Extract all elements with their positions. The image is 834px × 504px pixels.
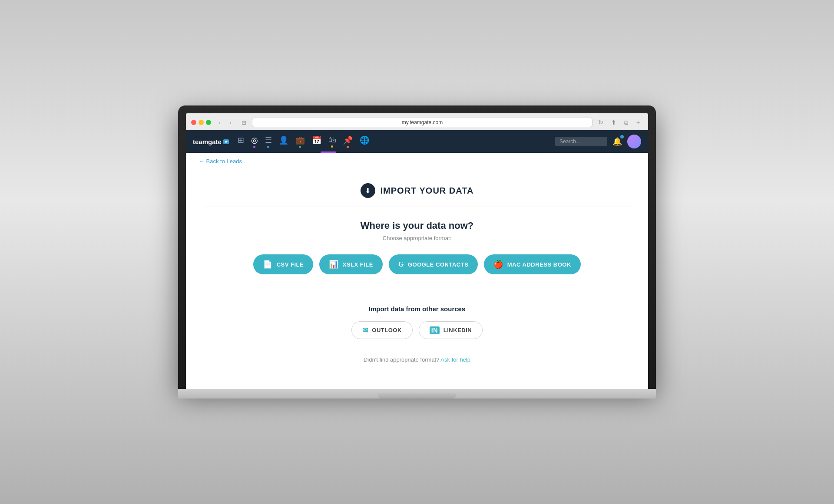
people-icon: 👤 bbox=[279, 135, 288, 145]
google-contacts-label: GOOGLE CONTACTS bbox=[408, 261, 468, 268]
nav-icon-globe[interactable]: 🌐 bbox=[360, 135, 369, 148]
nav-right: 🔔 bbox=[555, 135, 641, 148]
laptop-base bbox=[178, 389, 656, 399]
laptop-shell: ‹ › ⊟ my.teamgate.com ↻ ⬆ ⧉ ＋ teamgate ★ bbox=[178, 105, 656, 399]
contacts-icon: ☰ bbox=[265, 135, 272, 145]
app-navbar: teamgate ★ ⊞ ◎ ☰ bbox=[186, 130, 648, 153]
apple-icon: 🍎 bbox=[493, 260, 503, 269]
add-tab-button[interactable]: ＋ bbox=[633, 118, 643, 127]
help-text: Didn't find appropriate format? Ask for … bbox=[203, 356, 631, 363]
import-icon: ⬇ bbox=[361, 183, 375, 198]
store-icon: 🛍 bbox=[328, 135, 336, 145]
xslx-label: XSLX FILE bbox=[343, 261, 373, 268]
ask-for-help-link[interactable]: Ask for help bbox=[440, 356, 470, 363]
help-text-static: Didn't find appropriate format? bbox=[364, 356, 439, 363]
duplicate-button[interactable]: ⧉ bbox=[621, 118, 631, 127]
csv-label: CSV FILE bbox=[277, 261, 304, 268]
maximize-button[interactable] bbox=[206, 120, 211, 125]
csv-icon: 📄 bbox=[263, 260, 273, 269]
nav-icon-leads[interactable]: ◎ bbox=[251, 135, 258, 148]
nav-icon-deals[interactable]: 💼 bbox=[295, 135, 305, 148]
notification-bell[interactable]: 🔔 bbox=[612, 137, 622, 146]
other-sources-heading: Import data from other sources bbox=[203, 305, 631, 313]
search-input[interactable] bbox=[555, 137, 607, 146]
back-bar: ← Back to Leads bbox=[186, 153, 648, 170]
xslx-file-button[interactable]: 📊 XSLX FILE bbox=[319, 254, 383, 274]
tab-view-button[interactable]: ⊟ bbox=[239, 118, 248, 127]
linkedin-label: LINKEDIN bbox=[443, 327, 472, 333]
minimize-button[interactable] bbox=[199, 120, 204, 125]
google-contacts-button[interactable]: G GOOGLE CONTACTS bbox=[389, 254, 478, 274]
logo-text: teamgate bbox=[193, 138, 222, 145]
nav-icon-people[interactable]: 👤 bbox=[279, 135, 288, 148]
page-content: ← Back to Leads ⬇ IMPORT YOUR DATA Where… bbox=[186, 153, 648, 389]
section-divider bbox=[203, 292, 631, 292]
import-header: ⬇ IMPORT YOUR DATA bbox=[203, 183, 631, 207]
address-bar[interactable]: my.teamgate.com bbox=[252, 118, 592, 127]
linkedin-button[interactable]: in LINKEDIN bbox=[419, 321, 483, 339]
outlook-button[interactable]: ✉ OUTLOOK bbox=[351, 321, 413, 339]
csv-file-button[interactable]: 📄 CSV FILE bbox=[253, 254, 313, 274]
where-heading: Where is your data now? bbox=[203, 220, 631, 231]
outlook-icon: ✉ bbox=[362, 326, 368, 334]
laptop-screen: ‹ › ⊟ my.teamgate.com ↻ ⬆ ⧉ ＋ teamgate ★ bbox=[186, 113, 648, 389]
leads-icon: ◎ bbox=[251, 135, 258, 145]
back-nav-button[interactable]: ‹ bbox=[215, 118, 224, 127]
outlook-label: OUTLOOK bbox=[372, 327, 402, 333]
mac-address-label: MAC ADDRESS BOOK bbox=[507, 261, 571, 268]
nav-icon-calendar[interactable]: 📅 bbox=[312, 135, 321, 148]
mac-address-book-button[interactable]: 🍎 MAC ADDRESS BOOK bbox=[484, 254, 580, 274]
pin-icon: 📌 bbox=[343, 135, 353, 145]
import-page: ⬇ IMPORT YOUR DATA Where is your data no… bbox=[186, 170, 648, 389]
calendar-icon: 📅 bbox=[312, 135, 321, 145]
app-logo: teamgate ★ bbox=[193, 138, 229, 145]
import-title: IMPORT YOUR DATA bbox=[381, 186, 474, 196]
screen-bezel: ‹ › ⊟ my.teamgate.com ↻ ⬆ ⧉ ＋ teamgate ★ bbox=[178, 105, 656, 389]
globe-icon: 🌐 bbox=[360, 135, 369, 145]
notification-badge bbox=[620, 135, 624, 138]
active-nav-underline bbox=[321, 152, 336, 153]
browser-chrome: ‹ › ⊟ my.teamgate.com ↻ ⬆ ⧉ ＋ bbox=[186, 113, 648, 130]
grid-icon: ⊞ bbox=[238, 135, 244, 145]
nav-icon-contacts[interactable]: ☰ bbox=[265, 135, 272, 148]
google-icon: G bbox=[398, 260, 404, 268]
format-buttons: 📄 CSV FILE 📊 XSLX FILE G GOOGLE CONTACTS bbox=[203, 254, 631, 274]
share-button[interactable]: ⬆ bbox=[609, 118, 619, 127]
close-button[interactable] bbox=[191, 120, 196, 125]
traffic-lights bbox=[191, 120, 211, 125]
browser-actions: ⬆ ⧉ ＋ bbox=[609, 118, 643, 127]
nav-icon-grid[interactable]: ⊞ bbox=[238, 135, 244, 148]
xslx-icon: 📊 bbox=[329, 260, 339, 269]
user-avatar[interactable] bbox=[627, 135, 641, 148]
nav-icon-pin[interactable]: 📌 bbox=[343, 135, 353, 148]
logo-badge: ★ bbox=[223, 139, 229, 144]
deals-icon: 💼 bbox=[295, 135, 305, 145]
forward-nav-button[interactable]: › bbox=[226, 118, 235, 127]
nav-icons: ⊞ ◎ ☰ 👤 💼 bbox=[238, 135, 555, 148]
linkedin-icon: in bbox=[430, 326, 440, 334]
back-to-leads-link[interactable]: ← Back to Leads bbox=[199, 158, 242, 165]
refresh-button[interactable]: ↻ bbox=[596, 118, 606, 127]
nav-icon-store[interactable]: 🛍 bbox=[328, 135, 336, 148]
browser-nav: ‹ › bbox=[215, 118, 235, 127]
choose-subtext: Choose appropriate format: bbox=[203, 235, 631, 241]
other-source-buttons: ✉ OUTLOOK in LINKEDIN bbox=[203, 321, 631, 339]
